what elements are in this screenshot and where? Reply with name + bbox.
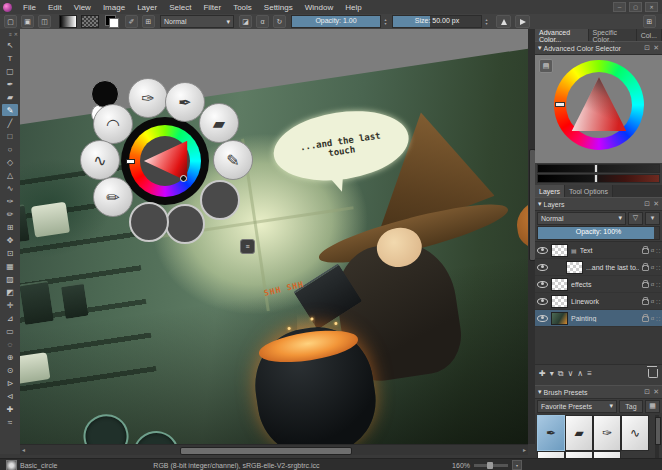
blending-mode-dropdown[interactable]: Normal ▾ bbox=[160, 15, 234, 28]
tool-select-shapes[interactable]: ↖ bbox=[2, 39, 18, 51]
menu-help[interactable]: Help bbox=[339, 3, 367, 12]
minimize-button[interactable]: ─ bbox=[613, 2, 626, 12]
palette-brush-slot[interactable]: ✑ bbox=[128, 78, 168, 118]
vertical-scrollbar[interactable] bbox=[528, 29, 535, 444]
close-button[interactable]: ✕ bbox=[645, 2, 658, 12]
close-docker-icon[interactable]: ✕ bbox=[653, 44, 659, 52]
brush-presets-header[interactable]: ▾ Brush Presets ⊡ ✕ bbox=[535, 385, 662, 399]
tab-layers[interactable]: Layers bbox=[535, 185, 565, 197]
palette-empty-slot[interactable] bbox=[165, 204, 205, 244]
mirror-horizontal-button[interactable] bbox=[496, 15, 511, 28]
toolbox-header[interactable]: ≡ ✕ bbox=[0, 29, 20, 38]
tool-transform[interactable]: ✥ bbox=[2, 234, 18, 246]
zoom-slider[interactable] bbox=[474, 464, 508, 467]
menu-view[interactable]: View bbox=[68, 3, 97, 12]
layer-row-effects[interactable]: effects α∷ bbox=[535, 276, 662, 293]
alpha-lock-icon[interactable]: α bbox=[651, 281, 654, 287]
color-selector-settings-button[interactable]: ▤ bbox=[539, 59, 553, 73]
tool-polygon[interactable]: ◇ bbox=[2, 156, 18, 168]
menu-filter[interactable]: Filter bbox=[197, 3, 227, 12]
menu-layer[interactable]: Layer bbox=[131, 3, 163, 12]
reload-preset-button[interactable]: ↻ bbox=[273, 15, 286, 28]
float-docker-icon[interactable]: ⊡ bbox=[644, 200, 650, 208]
move-layer-down-button[interactable]: ∨ bbox=[567, 369, 573, 378]
horizontal-scrollbar[interactable]: ◂ ▸ bbox=[20, 444, 528, 455]
visibility-eye-icon[interactable] bbox=[537, 281, 548, 288]
add-layer-dropdown[interactable]: ▾ bbox=[550, 369, 554, 378]
layer-filter-dropdown[interactable]: ▾ bbox=[645, 212, 660, 225]
palette-brush-slot[interactable]: ✏ bbox=[93, 177, 133, 217]
layers-docker-header[interactable]: ▾ Layers ⊡ ✕ bbox=[535, 197, 662, 211]
layer-row-text[interactable]: ▤ Text α∷ bbox=[535, 242, 662, 259]
tag-button[interactable]: Tag bbox=[619, 400, 643, 413]
value-slider-2[interactable] bbox=[537, 174, 660, 183]
horizontal-scrollbar-thumb[interactable] bbox=[180, 447, 352, 455]
tab-color[interactable]: Col... bbox=[637, 29, 662, 41]
save-document-button[interactable]: ◫ bbox=[38, 15, 51, 28]
tool-select-polygon[interactable]: ⊳ bbox=[2, 377, 18, 389]
maximize-button[interactable]: ▢ bbox=[629, 2, 642, 12]
tool-select-freehand[interactable]: ⊲ bbox=[2, 390, 18, 402]
add-layer-button[interactable]: ✚ bbox=[539, 369, 546, 378]
tool-crop[interactable]: ▦ bbox=[2, 260, 18, 272]
layer-row-linework[interactable]: Linework α∷ bbox=[535, 293, 662, 310]
preserve-alpha-button[interactable]: α bbox=[256, 15, 269, 28]
mirror-vertical-button[interactable] bbox=[515, 15, 530, 28]
palette-empty-slot[interactable] bbox=[200, 180, 240, 220]
menu-select[interactable]: Select bbox=[163, 3, 197, 12]
canvas-viewport[interactable]: ...and the last touch SHH SHH ◠ ✑ ✒ ▰ ✎ … bbox=[20, 29, 528, 444]
tool-measure[interactable]: ⊿ bbox=[2, 312, 18, 324]
tool-multibrush[interactable]: ⊞ bbox=[2, 221, 18, 233]
tool-freehand-brush[interactable]: ✎ bbox=[2, 104, 18, 116]
brush-editor-button[interactable]: ✐ bbox=[125, 15, 138, 28]
tool-dynamic-brush[interactable]: ✏ bbox=[2, 208, 18, 220]
layer-row-painting[interactable]: Painting α∷ bbox=[535, 310, 662, 327]
gradient-chooser[interactable] bbox=[59, 15, 77, 28]
lock-icon[interactable] bbox=[642, 265, 649, 271]
menu-window[interactable]: Window bbox=[299, 3, 339, 12]
alpha-lock-icon[interactable]: α bbox=[651, 264, 654, 270]
palette-brush-slot[interactable]: ▰ bbox=[199, 103, 239, 143]
menu-settings[interactable]: Settings bbox=[258, 3, 299, 12]
preset-ink-pen[interactable]: ✒ bbox=[537, 415, 565, 451]
hue-ring-marker[interactable] bbox=[126, 159, 135, 164]
float-docker-icon[interactable]: ⊡ bbox=[644, 388, 650, 396]
spin-down-icon[interactable]: ▾ bbox=[485, 22, 487, 26]
tool-ellipse[interactable]: ○ bbox=[2, 143, 18, 155]
tool-rectangle[interactable]: □ bbox=[2, 130, 18, 142]
collapse-icon[interactable]: ▾ bbox=[538, 388, 542, 396]
alpha-lock-icon[interactable]: α bbox=[651, 298, 654, 304]
layer-blending-mode-dropdown[interactable]: Normal ▾ bbox=[537, 212, 626, 225]
advanced-color-selector[interactable]: ▤ bbox=[535, 55, 662, 163]
advanced-color-selector-header[interactable]: ▾ Advanced Color Selector ⊡ ✕ bbox=[535, 41, 662, 55]
collapse-icon[interactable]: ▾ bbox=[538, 200, 542, 208]
layer-properties-button[interactable]: ≡ bbox=[587, 369, 592, 378]
palette-brush-slot[interactable]: ∿ bbox=[80, 140, 120, 180]
tool-select-ellipse[interactable]: ⊙ bbox=[2, 364, 18, 376]
slider-tick[interactable] bbox=[594, 174, 598, 183]
hue-marker[interactable] bbox=[555, 102, 565, 107]
opacity-spinner[interactable]: ▴ ▾ bbox=[382, 16, 389, 27]
slider-tick[interactable] bbox=[594, 164, 598, 173]
tool-text[interactable]: T bbox=[2, 52, 18, 64]
background-color-swatch[interactable] bbox=[109, 18, 119, 28]
toolbox-drag-dots[interactable]: ≡ bbox=[9, 31, 12, 37]
visibility-eye-icon[interactable] bbox=[537, 247, 548, 254]
layer-props-icon[interactable]: ∷ bbox=[656, 247, 660, 254]
tool-assistants[interactable]: ◌ bbox=[2, 338, 18, 350]
show-brush-editor-button[interactable]: ⊞ bbox=[643, 15, 656, 28]
alpha-lock-icon[interactable]: α bbox=[651, 315, 654, 321]
scroll-right-arrow[interactable]: ▸ bbox=[523, 447, 526, 453]
open-document-button[interactable]: ▣ bbox=[21, 15, 34, 28]
tool-pencil[interactable]: ▰ bbox=[2, 91, 18, 103]
layer-opacity-slider[interactable]: Opacity: 100% bbox=[537, 226, 660, 240]
menu-image[interactable]: Image bbox=[97, 3, 131, 12]
eraser-mode-button[interactable]: ◪ bbox=[239, 15, 252, 28]
tool-gradient[interactable]: ▨ bbox=[2, 273, 18, 285]
tool-color-sampler[interactable]: ◩ bbox=[2, 286, 18, 298]
collapse-icon[interactable]: ▾ bbox=[538, 44, 542, 52]
preset-view-mode-button[interactable]: ▦ bbox=[645, 400, 660, 413]
value-slider-1[interactable] bbox=[537, 164, 660, 173]
close-docker-icon[interactable]: ✕ bbox=[653, 200, 659, 208]
tool-select-contiguous[interactable]: ≈ bbox=[2, 416, 18, 428]
